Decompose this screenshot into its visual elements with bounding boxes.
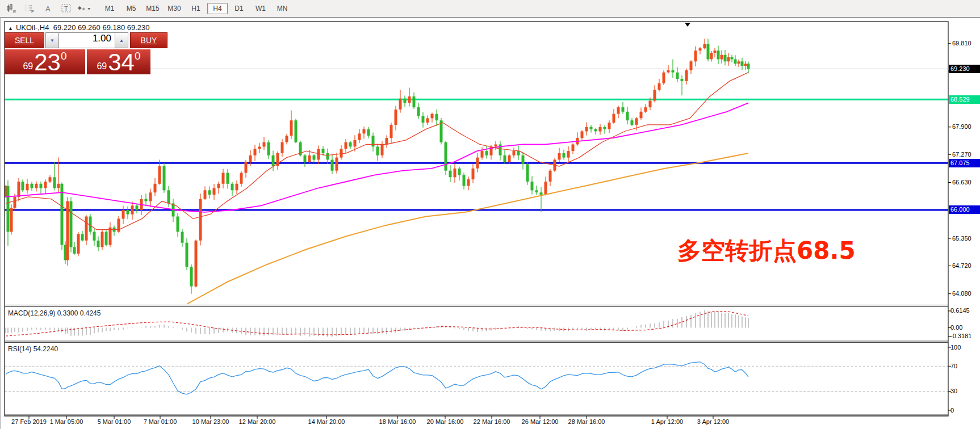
price-tick-label: 66.630 (952, 179, 971, 186)
rsi-axis-label: 0 (950, 407, 954, 414)
macd-axis-label: 0.00 (950, 324, 962, 331)
timeframe-group: M1M5M15M30H1H4D1W1MN (99, 3, 293, 14)
timeframe-button-M5[interactable]: M5 (121, 3, 141, 14)
buy-price-display[interactable]: 69 34 0 (87, 49, 150, 74)
price-tick-label: 64.720 (952, 262, 971, 270)
price-tick-label: 65.350 (952, 235, 971, 242)
sell-price-point: 0 (61, 51, 67, 61)
date-tick-label: 1 Apr 12:00 (651, 418, 683, 425)
sell-price-display[interactable]: 69 23 0 (5, 49, 85, 74)
window-left-edge (0, 18, 1, 429)
timeframe-button-H4[interactable]: H4 (207, 3, 228, 14)
chevron-down-icon: ▼ (50, 38, 55, 43)
date-tick-label: 1 Mar 05:00 (50, 418, 83, 425)
timeframe-button-MN[interactable]: MN (272, 3, 292, 14)
chart-shift-marker-icon[interactable] (685, 23, 690, 27)
chevron-up-icon: ▲ (119, 38, 124, 43)
toolbar: EFAT M1M5M15M30H1H4D1W1MN (0, 0, 980, 18)
rsi-axis-label: 70 (950, 363, 957, 369)
sell-price-pips: 23 (34, 52, 61, 73)
volume-increase-button[interactable]: ▲ (115, 32, 128, 48)
date-tick-label: 7 Mar 01:00 (144, 418, 177, 425)
date-tick-label: 10 Mar 23:00 (192, 418, 229, 425)
volume-input[interactable]: 1.00 (59, 32, 115, 48)
indicators-icon[interactable]: E (5, 2, 19, 15)
date-tick-label: 22 Mar 16:00 (474, 418, 510, 425)
ohlc-values: 69.220 69.260 69.180 69.230 (53, 23, 150, 32)
date-tick-label: 12 Mar 20:00 (239, 418, 276, 425)
toolbar-separator (95, 2, 96, 15)
grid-icon[interactable]: F (23, 2, 37, 15)
one-click-trade-panel: SELL ▼ 1.00 ▲ BUY 69 23 0 69 34 0 (5, 32, 167, 74)
date-tick-label: 5 Mar 01:00 (98, 418, 131, 425)
timeframe-button-D1[interactable]: D1 (229, 3, 249, 14)
date-tick-label: 26 Mar 12:00 (522, 418, 559, 425)
price-tick-label: 67.270 (952, 151, 971, 158)
cursor-mode-icon[interactable] (77, 2, 92, 15)
timeframe-button-M1[interactable]: M1 (99, 3, 120, 14)
buy-price-pips: 34 (108, 52, 135, 73)
sell-price-handle: 69 (23, 62, 33, 71)
price-level-box-67.075: 67.075 (949, 159, 980, 167)
timeframe-button-M15[interactable]: M15 (143, 3, 163, 14)
date-tick-label: 28 Mar 16:00 (568, 418, 605, 425)
svg-text:E: E (13, 9, 16, 14)
date-tick-label: 3 Apr 12:00 (697, 418, 729, 425)
chart-annotation-text: 多空转折点68.5 (677, 235, 856, 267)
date-tick-label: 18 Mar 16:00 (379, 418, 416, 425)
price-level-box-69.230: 69.230 (949, 65, 980, 73)
macd-label: MACD(12,26,9) 0.3300 0.4245 (8, 309, 100, 317)
rsi-label: RSI(14) 54.2240 (8, 345, 58, 353)
svg-text:A: A (45, 5, 51, 13)
timeframe-button-W1[interactable]: W1 (250, 3, 271, 14)
sell-button[interactable]: SELL (5, 32, 44, 48)
chart-title: ▲UKOil-,H4 69.220 69.260 69.180 69.230 (8, 23, 150, 32)
text-label-icon[interactable]: A (41, 2, 56, 15)
toolbar-separator (296, 2, 297, 15)
svg-text:T: T (64, 5, 68, 12)
price-level-box-66.000: 66.000 (949, 205, 980, 214)
timeframe-button-M30[interactable]: M30 (164, 3, 185, 14)
price-tick-label: 64.080 (952, 290, 971, 297)
text-box-icon[interactable]: T (59, 2, 74, 15)
date-tick-label: 20 Mar 16:00 (427, 418, 464, 425)
macd-axis-label: 0.6145 (950, 307, 970, 314)
timeframe-button-H1[interactable]: H1 (186, 3, 206, 14)
buy-price-point: 0 (135, 51, 141, 61)
date-tick-label: 14 Mar 20:00 (308, 418, 345, 425)
price-tick-label: 69.810 (952, 40, 971, 47)
buy-button[interactable]: BUY (130, 32, 167, 48)
price-tick-label: 67.900 (952, 123, 971, 131)
symbol-timeframe: UKOil-,H4 (16, 23, 49, 32)
price-level-box-68.529: 68.529 (949, 95, 980, 104)
macd-axis-label: -0.3181 (950, 333, 971, 339)
symbol-marker-icon: ▲ (8, 26, 13, 31)
svg-text:F: F (31, 9, 34, 14)
toolbar-icon-group: EFAT (0, 2, 92, 15)
volume-decrease-button[interactable]: ▼ (45, 32, 59, 48)
rsi-axis-label: 30 (950, 388, 957, 394)
rsi-axis-label: 100 (950, 344, 961, 351)
date-tick-label: 27 Feb 2019 (11, 418, 47, 425)
buy-price-handle: 69 (97, 62, 107, 71)
